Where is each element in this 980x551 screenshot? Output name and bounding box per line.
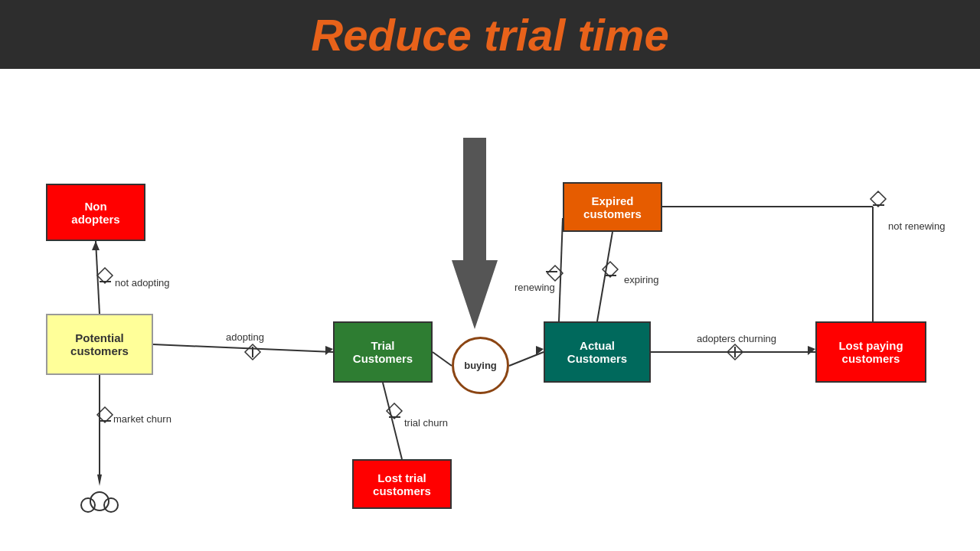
market-churn-label: market churn bbox=[113, 413, 172, 425]
svg-line-21 bbox=[509, 352, 544, 366]
svg-line-20 bbox=[433, 352, 452, 366]
expired-customers-node: Expiredcustomers bbox=[563, 182, 662, 232]
svg-point-14 bbox=[81, 498, 95, 512]
renewing-label: renewing bbox=[514, 282, 555, 293]
svg-marker-8 bbox=[97, 268, 113, 283]
not-renewing-label: not renewing bbox=[888, 220, 945, 232]
svg-marker-12 bbox=[97, 407, 113, 422]
svg-marker-39 bbox=[871, 191, 886, 207]
svg-line-27 bbox=[597, 232, 612, 321]
adopting-label: adopting bbox=[226, 331, 264, 343]
lost-paying-customers-node: Lost payingcustomers bbox=[815, 321, 926, 383]
diagram-area: Nonadopters Potentialcustomers TrialCust… bbox=[0, 69, 980, 551]
svg-marker-24 bbox=[808, 346, 815, 355]
svg-marker-30 bbox=[603, 262, 618, 277]
reduce-trial-arrow bbox=[452, 138, 498, 329]
svg-line-1 bbox=[153, 344, 333, 352]
expiring-label: expiring bbox=[624, 274, 659, 285]
svg-marker-2 bbox=[325, 346, 333, 355]
not-adopting-label: not adopting bbox=[115, 277, 170, 289]
svg-point-13 bbox=[90, 492, 109, 510]
page-title: Reduce trial time bbox=[311, 9, 668, 60]
svg-point-15 bbox=[104, 498, 118, 512]
svg-marker-22 bbox=[536, 346, 544, 355]
svg-marker-19 bbox=[387, 403, 402, 419]
actual-customers-node: ActualCustomers bbox=[544, 321, 651, 383]
svg-marker-6 bbox=[92, 241, 100, 250]
potential-customers-node: Potentialcustomers bbox=[46, 314, 153, 375]
svg-marker-0 bbox=[452, 138, 498, 329]
header: Reduce trial time bbox=[0, 0, 980, 69]
lost-trial-customers-node: Lost trialcustomers bbox=[352, 459, 452, 509]
trial-customers-node: TrialCustomers bbox=[333, 321, 433, 383]
svg-line-5 bbox=[96, 241, 100, 314]
svg-line-16 bbox=[383, 383, 402, 459]
adopters-churning-label: adopters churning bbox=[697, 333, 776, 344]
svg-marker-10 bbox=[97, 474, 102, 486]
svg-line-31 bbox=[559, 218, 563, 321]
svg-marker-34 bbox=[547, 266, 563, 281]
buying-node: buying bbox=[452, 337, 509, 394]
trial-churn-label: trial churn bbox=[404, 417, 448, 429]
non-adopters-node: Nonadopters bbox=[46, 184, 145, 241]
svg-marker-26 bbox=[727, 344, 743, 360]
svg-marker-4 bbox=[245, 344, 260, 360]
